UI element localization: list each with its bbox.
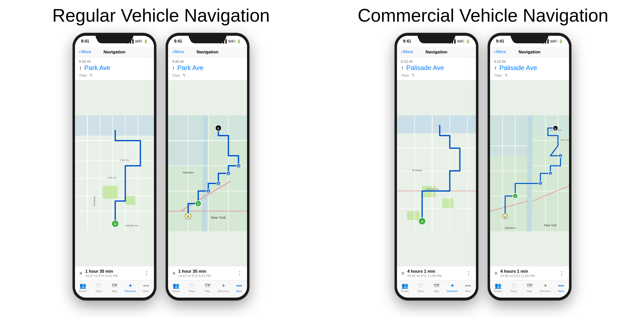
nav-title-1: Navigation [104,50,126,55]
phone-screen-3: 9:41 ▐▐▐ WiFi 🔋 ‹ More Navig [397,36,476,298]
then-row-3: Then ↰ [401,73,472,78]
trip-close-3[interactable]: ✕ [401,271,405,276]
svg-text:3: 3 [218,183,219,185]
tab-routes-2[interactable]: 👥 Routes [168,283,184,293]
tab-stops-4[interactable]: ♡ Stops [506,283,522,293]
trip-more-icon-4[interactable]: ⋮ [559,270,565,277]
map-icon-1: 🗺 [112,283,117,289]
map-icon-3: 🗺 [434,283,439,289]
then-row-1: Then ↰ [79,73,150,78]
stops-icon-2: ♡ [189,283,194,289]
tab-directions-4[interactable]: ✦ Directions [537,283,553,293]
then-label-4: Then [494,74,502,78]
svg-text:Hoboken: Hoboken [183,171,194,174]
commercial-phone-1: 9:41 ▐▐▐ WiFi 🔋 ‹ More Navig [395,33,478,300]
status-time-4: 9:41 [496,39,504,44]
directions-icon-1: ✦ [128,283,133,289]
trip-time-1: 1 hour 35 min [85,269,144,274]
tab-more-4[interactable]: ••• More [553,283,569,293]
tab-stops-2[interactable]: ♡ Stops [184,283,200,293]
then-label-1: Then [79,74,87,78]
svg-text:5: 5 [238,165,239,168]
tab-map-label-3: Map [434,290,439,293]
nav-title-3: Navigation [426,50,448,55]
tab-directions-1[interactable]: ✦ Directions [122,283,138,293]
trip-more-icon-2[interactable]: ⋮ [237,270,243,277]
direction-street-2: Park Ave [177,64,204,72]
wifi-icon-2: WiFi [228,39,235,43]
commercial-phones-row: 9:41 ▐▐▐ WiFi 🔋 ‹ More Navig [395,33,571,300]
tab-stops-1[interactable]: ♡ Stops [91,283,107,293]
tab-stops-label-1: Stops [95,290,102,293]
tab-map-3[interactable]: 🗺 Map [429,283,445,293]
tab-more-3[interactable]: ••• More [460,283,476,293]
direction-arrow-1: ↑ [79,65,82,71]
trip-close-2[interactable]: ✕ [172,271,176,276]
trip-row-2: ✕ 1 hour 35 min 24.87 mi ETA 9:32 PM ⋮ [172,269,243,278]
stops-icon-1: ♡ [96,283,101,289]
svg-rect-65 [535,116,569,136]
then-arrow-2: ↰ [182,73,186,78]
direction-row-3: ↑ Palisade Ave [401,64,472,72]
direction-distance-2: 0.42 mi [172,59,243,63]
direction-banner-1: 0.42 mi ↑ Park Ave Then ↰ [75,57,154,81]
tab-routes-label-1: Routes [79,290,87,293]
trip-more-icon-3[interactable]: ⋮ [466,270,472,277]
direction-arrow-2: ↑ [172,65,175,71]
tab-directions-label-3: Directions [447,290,458,293]
svg-text:S: S [187,215,189,218]
regular-phones-row: 9:41 ▐▐▐ WiFi 🔋 ‹ More [73,33,249,300]
direction-row-4: ↑ Palisade Ave [494,64,565,72]
nav-header-1: ‹ More Navigation [75,47,154,57]
direction-banner-2: 0.42 mi ↑ Park Ave Then ↰ [168,57,247,81]
regular-title: Regular Vehicle Navigation [52,5,270,26]
tab-routes-4[interactable]: 👥 Routes [490,283,506,293]
direction-street-3: Palisade Ave [406,64,444,72]
trip-close-4[interactable]: ✕ [494,271,498,276]
tab-directions-3[interactable]: ✦ Directions [444,283,460,293]
back-label-4: More [496,49,506,54]
then-label-3: Then [401,74,409,78]
tab-map-4[interactable]: 🗺 Map [522,283,538,293]
map-icon-4: 🗺 [527,283,532,289]
tab-map-2[interactable]: 🗺 Map [200,283,216,293]
svg-rect-64 [490,116,528,156]
tab-stops-3[interactable]: ♡ Stops [413,283,429,293]
routes-icon-1: 👥 [79,283,86,289]
trip-more-icon-1[interactable]: ⋮ [144,270,150,277]
more-icon-2: ••• [236,283,242,289]
tab-directions-label-4: Directions [540,290,551,293]
svg-text:Palisade Ave: Palisade Ave [125,224,138,227]
trip-time-2: 1 hour 35 min [178,269,237,274]
directions-icon-2: ✦ [221,283,226,289]
direction-distance-3: 0.12 mi [401,59,472,63]
direction-arrow-4: ↑ [494,65,497,71]
status-time-2: 9:41 [174,39,182,44]
tab-directions-2[interactable]: ✦ Directions [215,283,231,293]
map-area-1: U Broadway Park Ave Park Ave Palisade Av… [75,81,154,266]
tab-routes-3[interactable]: 👥 Routes [397,283,413,293]
phone-screen-4: 9:41 ▐▐▐ WiFi 🔋 ‹ More Navig [490,36,569,298]
svg-text:Cross Bronx: Cross Bronx [550,129,561,131]
tab-map-1[interactable]: 🗺 Map [107,283,123,293]
tab-more-2[interactable]: ••• More [231,283,247,293]
tab-routes-1[interactable]: 👥 Routes [75,283,91,293]
status-time-1: 9:41 [81,39,89,44]
back-label-3: More [403,49,413,54]
tab-bar-1: 👥 Routes ♡ Stops 🗺 Map ✦ [75,280,154,298]
then-arrow-3: ↰ [411,73,415,78]
battery-icon-1: 🔋 [144,39,148,43]
direction-row-2: ↑ Park Ave [172,64,243,72]
routes-icon-3: 👥 [401,283,408,289]
trip-close-1[interactable]: ✕ [79,271,83,276]
nav-title-4: Navigation [519,50,541,55]
trip-time-3: 4 hours 1 min [407,269,466,274]
more-icon-3: ••• [465,283,471,289]
svg-rect-50 [407,211,420,220]
svg-text:6: 6 [560,155,561,158]
routes-icon-2: 👥 [173,283,179,289]
svg-text:E: E [218,127,219,130]
tab-more-1[interactable]: ••• More [138,283,154,293]
svg-text:Broadway: Broadway [412,169,422,171]
tab-bar-2: 👥 Routes ♡ Stops 🗺 Map ✦ [168,280,247,298]
